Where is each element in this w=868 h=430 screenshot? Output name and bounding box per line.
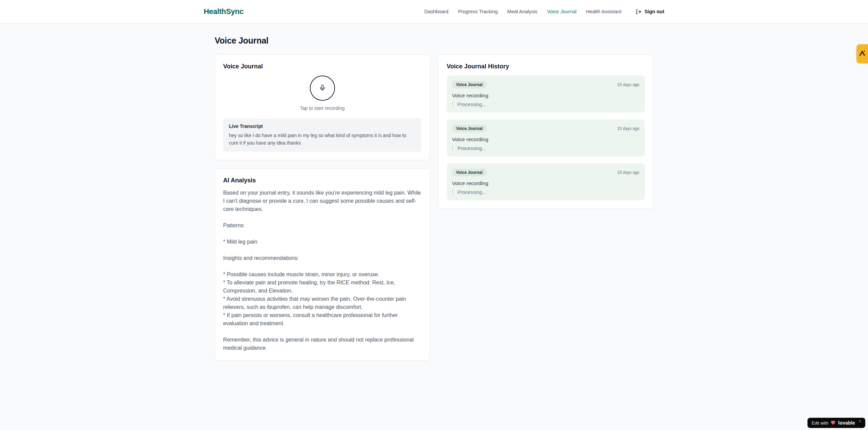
app-header: HealthSync Dashboard Progress Tracking M…: [0, 0, 868, 23]
entry-status: Processing...: [452, 102, 639, 107]
content-grid: Voice Journal: [215, 54, 653, 361]
edit-with-label: Edit with: [812, 420, 828, 426]
entry-label: Voice recording: [452, 93, 639, 99]
history-card-title: Voice Journal History: [447, 63, 645, 70]
entry-type-badge: Voice Journal: [452, 125, 487, 132]
entry-timestamp: 15 days ago: [617, 126, 639, 131]
side-panel-badge[interactable]: [856, 44, 868, 63]
app-logo[interactable]: HealthSync: [204, 7, 244, 16]
main-content: Voice Journal Voice Journal: [215, 23, 653, 361]
log-out-icon: [636, 9, 641, 15]
history-entry[interactable]: Voice Journal 15 days ago Voice recordin…: [447, 163, 645, 200]
tap-to-record-hint: Tap to start recording: [300, 105, 345, 111]
abacus-logo-icon: [858, 49, 866, 59]
nav-item-dashboard[interactable]: Dashboard: [424, 9, 449, 14]
nav-item-meal-analysis[interactable]: Meal Analysis: [507, 9, 537, 14]
entry-status: Processing...: [452, 189, 639, 195]
close-icon[interactable]: ×: [859, 419, 861, 423]
entry-type-badge: Voice Journal: [452, 81, 487, 88]
edit-with-lovable-badge[interactable]: Edit with lovable ×: [807, 418, 865, 428]
history-list: Voice Journal 15 days ago Voice recordin…: [447, 76, 645, 200]
nav-item-health-assistant[interactable]: Health Assistant: [586, 9, 621, 14]
ai-analysis-title: AI Analysis: [223, 177, 421, 184]
lovable-brand-label: lovable: [838, 420, 855, 426]
entry-status: Processing...: [452, 146, 639, 151]
sign-out-label: Sign out: [645, 9, 664, 14]
main-nav: Dashboard Progress Tracking Meal Analysi…: [424, 9, 665, 15]
entry-label: Voice recording: [452, 180, 639, 186]
entry-timestamp: 15 days ago: [617, 82, 639, 87]
header-container: HealthSync Dashboard Progress Tracking M…: [204, 0, 664, 23]
history-card: Voice Journal History Voice Journal 15 d…: [438, 54, 653, 209]
voice-recorder-card: Voice Journal: [215, 54, 430, 160]
history-entry[interactable]: Voice Journal 15 days ago Voice recordin…: [447, 76, 645, 113]
history-entry-header: Voice Journal 15 days ago: [452, 169, 639, 176]
ai-analysis-card: AI Analysis Based on your journal entry,…: [215, 168, 430, 361]
live-transcript-box: Live Transcript hey so like I do have a …: [223, 118, 421, 152]
live-transcript-text: hey so like I do have a mild pain in my …: [229, 132, 416, 147]
history-entry-header: Voice Journal 15 days ago: [452, 81, 639, 88]
nav-item-progress-tracking[interactable]: Progress Tracking: [458, 9, 498, 14]
record-button[interactable]: [310, 76, 335, 101]
history-entry[interactable]: Voice Journal 15 days ago Voice recordin…: [447, 119, 645, 156]
entry-timestamp: 15 days ago: [617, 170, 639, 175]
recorder-card-title: Voice Journal: [223, 63, 421, 70]
lovable-heart-icon: [831, 420, 836, 426]
live-transcript-title: Live Transcript: [229, 123, 416, 129]
left-column: Voice Journal: [215, 54, 430, 361]
entry-label: Voice recording: [452, 136, 639, 143]
record-button-ring: [313, 78, 332, 98]
entry-type-badge: Voice Journal: [452, 169, 487, 176]
page-title: Voice Journal: [215, 36, 653, 46]
recorder-area: Tap to start recording: [223, 73, 421, 111]
history-entry-header: Voice Journal 15 days ago: [452, 125, 639, 132]
nav-item-voice-journal[interactable]: Voice Journal: [547, 9, 577, 14]
ai-analysis-body: Based on your journal entry, it sounds l…: [223, 189, 421, 352]
right-column: Voice Journal History Voice Journal 15 d…: [438, 54, 653, 209]
sign-out-button[interactable]: Sign out: [636, 9, 664, 15]
microphone-icon: [319, 84, 326, 92]
